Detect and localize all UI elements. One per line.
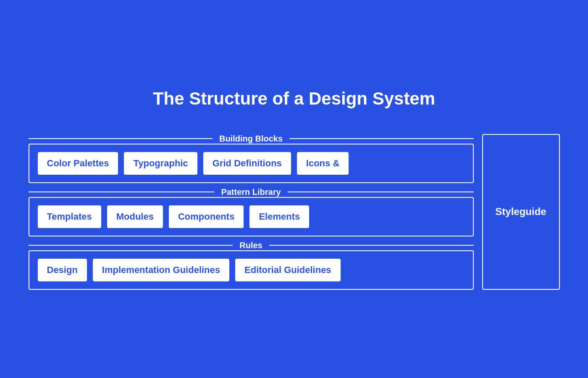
rules-label: Rules bbox=[233, 241, 269, 250]
styleguide-label: Styleguide bbox=[495, 206, 546, 218]
building-blocks-label: Building Blocks bbox=[213, 134, 289, 144]
pattern-library-label-row: Pattern Library bbox=[29, 187, 474, 197]
item-templates: Templates bbox=[38, 205, 101, 228]
pattern-library-group: Pattern Library Templates Modules Compon… bbox=[29, 187, 474, 236]
pattern-library-label: Pattern Library bbox=[214, 187, 287, 197]
building-blocks-line-left bbox=[29, 138, 213, 139]
item-implementation-guidelines: Implementation Guidelines bbox=[93, 259, 229, 281]
building-blocks-group: Building Blocks Color Palettes Typograph… bbox=[29, 134, 474, 183]
pattern-library-line-left bbox=[29, 192, 215, 192]
item-elements: Elements bbox=[249, 205, 309, 228]
building-blocks-line-right bbox=[289, 138, 473, 139]
item-icons: Icons & bbox=[297, 152, 349, 175]
styleguide-box: Styleguide bbox=[482, 134, 560, 290]
item-components: Components bbox=[169, 205, 244, 228]
rules-line-left bbox=[29, 245, 233, 246]
pattern-library-box: Templates Modules Components Elements bbox=[29, 197, 474, 236]
item-typographic: Typographic bbox=[124, 152, 197, 175]
item-design: Design bbox=[38, 259, 87, 281]
left-section: Building Blocks Color Palettes Typograph… bbox=[29, 134, 474, 290]
item-modules: Modules bbox=[107, 205, 163, 228]
pattern-library-line-right bbox=[288, 192, 474, 192]
item-grid-definitions: Grid Definitions bbox=[203, 152, 291, 175]
item-editorial-guidelines: Editorial Guidelines bbox=[235, 259, 341, 281]
building-blocks-label-row: Building Blocks bbox=[29, 134, 474, 144]
rules-group: Rules Design Implementation Guidelines E… bbox=[29, 241, 474, 290]
rules-box: Design Implementation Guidelines Editori… bbox=[29, 250, 474, 290]
page-title: The Structure of a Design System bbox=[153, 89, 435, 109]
item-color-palettes: Color Palettes bbox=[38, 152, 118, 175]
diagram-container: Building Blocks Color Palettes Typograph… bbox=[29, 134, 560, 290]
building-blocks-box: Color Palettes Typographic Grid Definiti… bbox=[29, 144, 474, 183]
rules-line-right bbox=[269, 245, 474, 246]
rules-label-row: Rules bbox=[29, 241, 474, 250]
